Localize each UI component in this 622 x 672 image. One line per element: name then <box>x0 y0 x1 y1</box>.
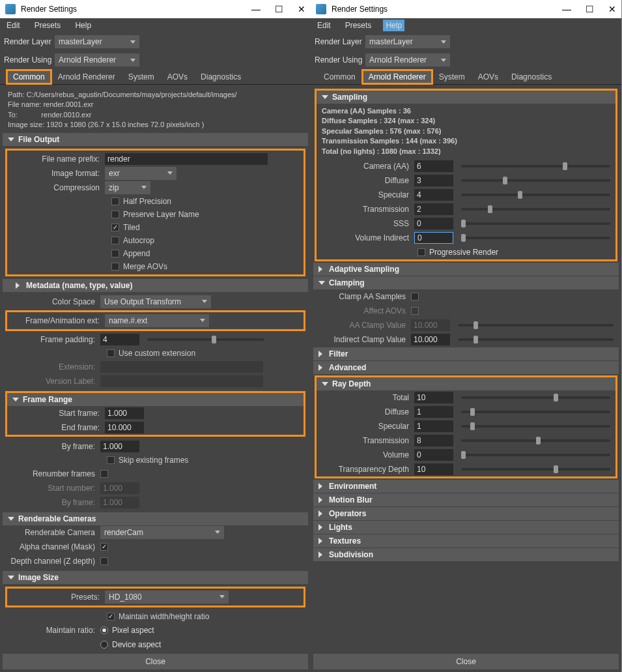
file-name-prefix-input[interactable] <box>105 153 268 165</box>
filter-header[interactable]: Filter <box>313 347 619 360</box>
motion-blur-header[interactable]: Motion Blur <box>313 493 619 506</box>
rd-total-input[interactable] <box>414 392 453 403</box>
rd-transp-slider[interactable] <box>461 468 610 471</box>
start-frame-input[interactable] <box>105 407 144 419</box>
transmission-slider[interactable] <box>461 208 610 211</box>
rd-diffuse-input[interactable] <box>414 406 453 418</box>
specular-slider[interactable] <box>461 194 610 196</box>
adaptive-header[interactable]: Adaptive Sampling <box>313 263 619 276</box>
close-button[interactable]: Close <box>3 654 308 669</box>
frame-range-header[interactable]: Frame Range <box>7 393 304 406</box>
merge-aovs-checkbox[interactable] <box>111 263 119 270</box>
clamp-aa-checkbox[interactable] <box>411 293 419 300</box>
sss-slider[interactable] <box>461 222 610 225</box>
close-icon[interactable]: ✕ <box>298 4 305 14</box>
frame-padding-input[interactable] <box>100 334 139 345</box>
color-space-dropdown[interactable]: Use Output Transform <box>100 295 211 308</box>
menu-presets[interactable]: Presets <box>32 20 64 31</box>
presets-dropdown[interactable]: HD_1080 <box>105 591 229 604</box>
skip-existing-checkbox[interactable] <box>107 456 115 464</box>
maximize-icon[interactable]: ☐ <box>586 4 594 14</box>
rd-total-slider[interactable] <box>461 396 610 399</box>
preserve-layer-checkbox[interactable] <box>111 211 119 218</box>
tab-system[interactable]: System <box>122 70 161 84</box>
image-format-dropdown[interactable]: exr <box>105 167 177 180</box>
textures-header[interactable]: Textures <box>313 534 619 548</box>
rd-diffuse-slider[interactable] <box>461 411 610 413</box>
tab-arnold[interactable]: Arnold Renderer <box>51 70 122 84</box>
specular-input[interactable] <box>414 189 453 201</box>
compression-dropdown[interactable]: zip <box>105 181 150 194</box>
progressive-checkbox[interactable] <box>417 248 425 256</box>
metadata-header[interactable]: Metadata (name, type, value) <box>3 279 308 292</box>
frame-padding-slider[interactable] <box>147 338 264 341</box>
advanced-header[interactable]: Advanced <box>313 361 619 374</box>
environment-header[interactable]: Environment <box>313 480 619 493</box>
tab-aovs[interactable]: AOVs <box>472 70 505 84</box>
renderable-camera-dropdown[interactable]: renderCam <box>100 526 224 539</box>
tab-diagnostics[interactable]: Diagnostics <box>505 70 558 84</box>
render-using-dropdown[interactable]: Arnold Renderer <box>365 53 450 66</box>
file-output-header[interactable]: File Output <box>3 133 308 146</box>
menu-help[interactable]: Help <box>72 20 94 31</box>
alpha-channel-checkbox[interactable] <box>100 543 108 551</box>
volume-indirect-input[interactable] <box>414 232 453 244</box>
rd-specular-slider[interactable] <box>461 425 610 428</box>
rd-transmission-input[interactable] <box>414 435 453 446</box>
rd-specular-input[interactable] <box>414 420 453 432</box>
tab-common[interactable]: Common <box>7 70 51 84</box>
maintain-wh-checkbox[interactable] <box>107 613 115 621</box>
rd-transmission-slider[interactable] <box>461 439 610 442</box>
custom-ext-checkbox[interactable] <box>107 349 115 357</box>
diffuse-slider[interactable] <box>461 179 610 182</box>
indirect-clamp-input[interactable] <box>411 334 450 345</box>
transmission-input[interactable] <box>414 203 453 215</box>
by-frame-input[interactable] <box>100 441 139 452</box>
tab-system[interactable]: System <box>432 70 472 84</box>
tab-diagnostics[interactable]: Diagnostics <box>194 70 247 84</box>
render-layer-dropdown[interactable]: masterLayer <box>365 35 450 48</box>
rd-transp-input[interactable] <box>414 463 453 475</box>
render-using-dropdown[interactable]: Arnold Renderer <box>55 53 139 66</box>
menu-help[interactable]: Help <box>383 20 404 31</box>
render-layer-dropdown[interactable]: masterLayer <box>55 35 139 48</box>
renumber-checkbox[interactable] <box>100 470 108 478</box>
renderable-cameras-header[interactable]: Renderable Cameras <box>3 512 308 525</box>
frame-ext-dropdown[interactable]: name.#.ext <box>105 314 209 327</box>
maximize-icon[interactable]: ☐ <box>275 4 283 14</box>
operators-header[interactable]: Operators <box>313 507 619 520</box>
minimize-icon[interactable]: — <box>562 4 571 14</box>
diffuse-input[interactable] <box>414 175 453 186</box>
device-aspect-radio[interactable] <box>100 641 108 649</box>
close-button[interactable]: Close <box>313 654 619 669</box>
depth-channel-checkbox[interactable] <box>100 557 108 565</box>
subdivision-header[interactable]: Subdivision <box>313 548 619 561</box>
image-size-header[interactable]: Image Size <box>3 571 308 584</box>
volume-indirect-slider[interactable] <box>461 237 610 239</box>
half-precision-checkbox[interactable] <box>111 197 119 205</box>
rd-volume-slider[interactable] <box>461 454 610 456</box>
rd-volume-input[interactable] <box>414 449 453 461</box>
sss-input[interactable] <box>414 218 453 229</box>
camera-aa-input[interactable] <box>414 160 453 172</box>
tab-common[interactable]: Common <box>317 70 362 84</box>
autocrop-checkbox[interactable] <box>111 237 119 244</box>
titlebar[interactable]: Render Settings — ☐ ✕ <box>311 0 621 18</box>
lights-header[interactable]: Lights <box>313 521 619 534</box>
menu-edit[interactable]: Edit <box>4 20 23 31</box>
tiled-checkbox[interactable] <box>111 224 119 231</box>
minimize-icon[interactable]: — <box>251 4 261 14</box>
close-icon[interactable]: ✕ <box>608 4 616 14</box>
sampling-header[interactable]: Sampling <box>317 91 615 104</box>
tab-arnold[interactable]: Arnold Renderer <box>362 70 432 84</box>
menu-presets[interactable]: Presets <box>343 20 375 31</box>
tab-aovs[interactable]: AOVs <box>161 70 194 84</box>
titlebar[interactable]: Render Settings — ☐ ✕ <box>0 0 311 18</box>
ray-depth-header[interactable]: Ray Depth <box>317 377 615 390</box>
end-frame-input[interactable] <box>105 422 144 433</box>
camera-aa-slider[interactable] <box>461 165 610 168</box>
append-checkbox[interactable] <box>111 250 119 257</box>
indirect-clamp-slider[interactable] <box>458 338 614 341</box>
clamping-header[interactable]: Clamping <box>313 276 619 289</box>
pixel-aspect-radio[interactable] <box>100 626 108 634</box>
